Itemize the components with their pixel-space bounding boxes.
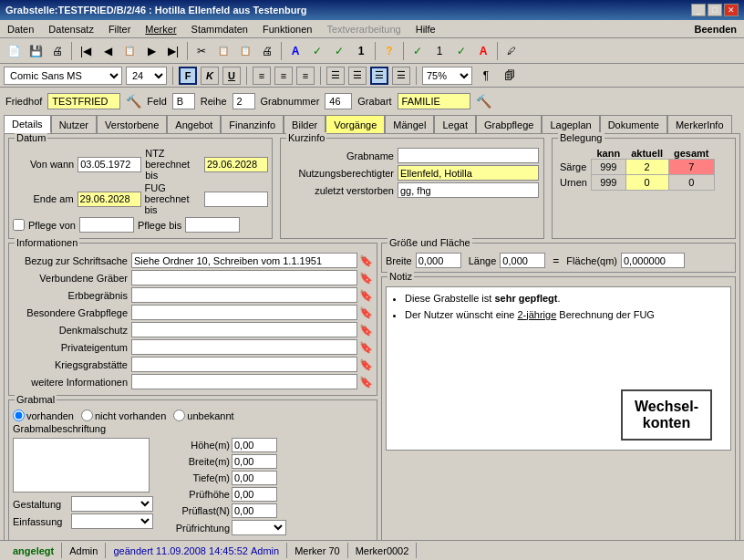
radio-nicht-vorhanden[interactable]: nicht vorhanden [81,410,166,421]
close-button[interactable]: ✕ [724,4,739,16]
tb-help[interactable]: ? [379,41,399,61]
tb-1[interactable]: 1 [351,41,371,61]
gestaltung-select[interactable] [71,496,153,512]
zoom-select[interactable]: 75% [422,67,472,85]
menu-stammdaten[interactable]: Stammdaten [188,23,252,36]
tb-next[interactable]: ▶ [141,41,161,61]
tab-maengel[interactable]: Mängel [385,115,434,133]
privat-icon[interactable]: 🔖 [359,341,373,354]
tb-paste[interactable]: 📋 [235,41,255,61]
flaeche-input[interactable] [621,253,685,268]
friedhof-value[interactable]: TESTFRIED [47,93,120,109]
tb-new[interactable]: 📄 [4,41,24,61]
list-number[interactable]: ☰ [348,67,367,85]
tb-print2[interactable]: 🖨 [257,41,277,61]
privat-input[interactable] [131,339,357,355]
menu-filter[interactable]: Filter [105,23,134,36]
grabmal-textarea[interactable] [13,438,150,493]
erbbegrabnis-icon[interactable]: 🔖 [359,289,373,302]
tab-vorgaenge[interactable]: Vorgänge [326,115,385,133]
bel-urnen-gesamt[interactable]: 0 [668,175,715,191]
underline-button[interactable]: U [222,67,241,85]
maximize-button[interactable]: □ [708,4,722,16]
von-wann-input[interactable] [78,157,141,172]
tb-first[interactable]: |◀ [76,41,96,61]
tab-bilder[interactable]: Bilder [284,115,326,133]
nutzungsber-input[interactable] [398,165,539,181]
ende-am-input[interactable] [78,192,141,207]
tb-last[interactable]: ▶| [163,41,183,61]
size-select[interactable]: 24 [126,67,167,85]
tb-prev[interactable]: ◀ [98,41,118,61]
pflege-bis-input[interactable] [185,217,240,233]
fug-input[interactable] [204,192,268,207]
tab-angebot[interactable]: Angebot [167,115,221,133]
align-center[interactable]: ≡ [274,67,293,85]
besondere-input[interactable] [131,305,357,320]
menu-funktionen[interactable]: Funktionen [259,23,315,36]
tb-check1[interactable]: ✓ [307,41,327,61]
bezug-icon[interactable]: 🔖 [359,254,373,267]
feld-value[interactable]: B [172,93,195,109]
window-controls[interactable]: _ □ ✕ [691,4,739,16]
weitere-input[interactable] [131,374,357,389]
erbbegrabnis-input[interactable] [131,287,357,303]
tb-save[interactable]: 💾 [26,41,46,61]
reihe-value[interactable]: 2 [232,93,255,109]
weitere-icon[interactable]: 🔖 [359,376,373,389]
align-left[interactable]: ≡ [253,67,271,85]
hammer-icon-1[interactable]: 🔨 [126,94,141,109]
kriegs-input[interactable] [131,357,357,372]
ntz-input[interactable] [204,157,268,172]
menu-merker[interactable]: Merker [141,23,180,36]
kriegs-icon[interactable]: 🔖 [359,358,373,371]
tb-check2[interactable]: ✓ [329,41,349,61]
pflege-checkbox[interactable] [13,219,25,231]
menu-daten[interactable]: Daten [4,23,37,36]
grabname-input[interactable] [398,148,539,163]
tb-copy[interactable]: 📋 [119,41,140,61]
menu-beenden[interactable]: Beenden [691,23,740,36]
bezug-input[interactable] [131,253,357,268]
tb-a1[interactable]: A [285,41,305,61]
pruefrichtung-select[interactable] [232,520,286,535]
laenge-input[interactable] [500,253,545,268]
tb-copy2[interactable]: 📋 [213,41,233,61]
tb-a2[interactable]: A [473,41,493,61]
list-bullet[interactable]: ☰ [326,67,345,85]
grabart-value[interactable]: FAMILIE [398,93,470,109]
zuletzt-input[interactable] [398,182,539,198]
bel-saerge-kann[interactable]: 999 [591,160,625,175]
tb-format[interactable]: 🗐 [500,66,520,86]
grabnummer-value[interactable]: 46 [325,93,352,109]
pflege-von-input[interactable] [79,217,134,233]
bel-saerge-gesamt[interactable]: 7 [668,160,715,175]
denkmal-icon[interactable]: 🔖 [359,324,373,337]
bold-button[interactable]: F [179,67,197,85]
tab-nutzer[interactable]: Nutzer [51,115,97,133]
tab-details[interactable]: Details [4,115,51,133]
breitem-input[interactable] [232,454,277,469]
radio-unbekannt[interactable]: unbekannt [173,410,233,421]
tb-right[interactable]: 🖊 [501,41,522,61]
tab-finanzinfo[interactable]: Finanzinfo [221,115,284,133]
tb-check4[interactable]: ✓ [451,41,471,61]
einfassung-select[interactable] [71,513,153,529]
verbundene-icon[interactable]: 🔖 [359,272,373,285]
indent-btn[interactable]: ☰ [370,67,388,85]
breite-groesse-input[interactable] [416,253,461,268]
pruefhoehe-input[interactable] [232,487,277,502]
besondere-icon[interactable]: 🔖 [359,306,373,319]
tab-grabpflege[interactable]: Grabpflege [476,115,542,133]
italic-button[interactable]: K [201,67,219,85]
tb-para[interactable]: ¶ [476,66,496,86]
verbundene-input[interactable] [131,270,357,285]
radio-vorhanden[interactable]: vorhanden [13,410,74,421]
bel-urnen-aktuell[interactable]: 0 [625,175,668,191]
tab-dokumente[interactable]: Dokumente [600,115,667,133]
tb-print[interactable]: 🖨 [47,41,67,61]
tab-merkerinfo[interactable]: MerkerInfo [667,115,732,133]
minimize-button[interactable]: _ [691,4,706,16]
tab-verstorbene[interactable]: Verstorbene [97,115,167,133]
prueflast-input[interactable] [232,503,277,518]
